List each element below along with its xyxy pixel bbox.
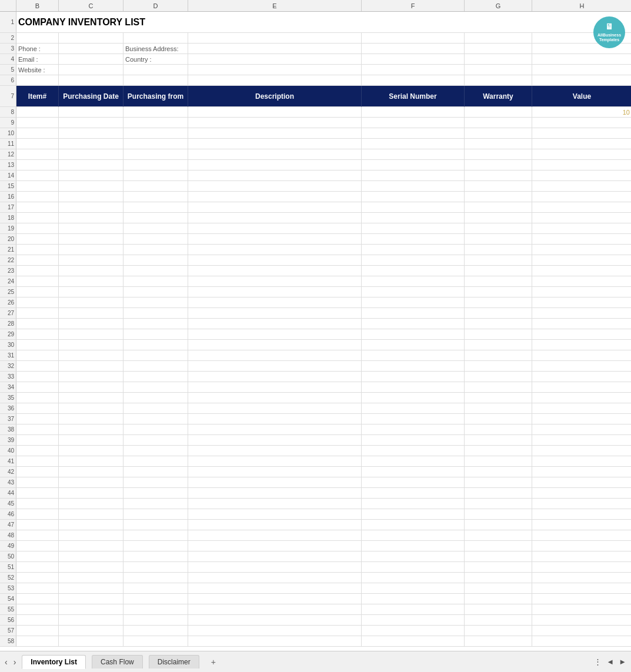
cell-col1-row40[interactable]: [59, 446, 123, 456]
cell-col3-row58[interactable]: [188, 636, 362, 647]
cell-col1-row33[interactable]: [59, 372, 123, 382]
cell-col6-row18[interactable]: [532, 213, 631, 223]
cell-col5-row42[interactable]: [465, 467, 532, 477]
cell-col4-row38[interactable]: [362, 424, 465, 435]
cell-col1-row43[interactable]: [59, 477, 123, 488]
cell-col3-row43[interactable]: [188, 477, 362, 488]
cell-col1-row49[interactable]: [59, 541, 123, 551]
cell-col6-row58[interactable]: [532, 636, 631, 647]
col-header-e[interactable]: E: [188, 0, 362, 11]
cell-col1-row30[interactable]: [59, 340, 123, 350]
cell-col4-row31[interactable]: [362, 350, 465, 361]
cell-col2-row21[interactable]: [123, 245, 188, 255]
cell-col2-row15[interactable]: [123, 181, 188, 192]
cell-col3-row17[interactable]: [188, 202, 362, 213]
cell-col6-row31[interactable]: [532, 350, 631, 361]
cell-col4-row12[interactable]: [362, 149, 465, 160]
cell-col4-row27[interactable]: [362, 308, 465, 319]
cell-col5-row46[interactable]: [465, 509, 532, 520]
cell-col3-row56[interactable]: [188, 615, 362, 626]
cell-col5-row40[interactable]: [465, 446, 532, 456]
cell-col4-row43[interactable]: [362, 477, 465, 488]
cell-col0-row10[interactable]: [16, 128, 59, 139]
tab-inventory-list[interactable]: Inventory List: [22, 655, 86, 669]
cell-col5-row57[interactable]: [465, 626, 532, 636]
cell-col5-row45[interactable]: [465, 499, 532, 509]
cell-col2-row20[interactable]: [123, 234, 188, 245]
cell-col2-row48[interactable]: [123, 530, 188, 541]
cell-col0-row13[interactable]: [16, 160, 59, 170]
cell-col3-row10[interactable]: [188, 128, 362, 139]
cell-col3-row15[interactable]: [188, 181, 362, 192]
cell-d3[interactable]: Business Address:: [123, 44, 188, 54]
cell-col2-row57[interactable]: [123, 626, 188, 636]
cell-col3-row53[interactable]: [188, 583, 362, 594]
cell-col5-row54[interactable]: [465, 594, 532, 604]
cell-col2-row17[interactable]: [123, 202, 188, 213]
cell-col2-row13[interactable]: [123, 160, 188, 170]
cell-col0-row35[interactable]: [16, 393, 59, 403]
cell-col3-row40[interactable]: [188, 446, 362, 456]
cell-d4[interactable]: Country :: [123, 54, 188, 65]
cell-col4-row49[interactable]: [362, 541, 465, 551]
cell-g8[interactable]: [465, 107, 532, 118]
cell-col0-row41[interactable]: [16, 456, 59, 467]
cell-col1-row39[interactable]: [59, 435, 123, 446]
cell-col2-row49[interactable]: [123, 541, 188, 551]
cell-col2-row29[interactable]: [123, 329, 188, 340]
cell-col4-row14[interactable]: [362, 170, 465, 181]
cell-col5-row12[interactable]: [465, 149, 532, 160]
cell-col6-row39[interactable]: [532, 435, 631, 446]
cell-col5-row27[interactable]: [465, 308, 532, 319]
cell-col2-row23[interactable]: [123, 266, 188, 276]
cell-col2-row33[interactable]: [123, 372, 188, 382]
cell-col4-row29[interactable]: [362, 329, 465, 340]
cell-col4-row58[interactable]: [362, 636, 465, 647]
cell-col6-row41[interactable]: [532, 456, 631, 467]
cell-col2-row36[interactable]: [123, 403, 188, 414]
cell-col6-row45[interactable]: [532, 499, 631, 509]
cell-col4-row15[interactable]: [362, 181, 465, 192]
cell-col0-row27[interactable]: [16, 308, 59, 319]
cell-col1-row10[interactable]: [59, 128, 123, 139]
cell-col0-row11[interactable]: [16, 139, 59, 149]
cell-col3-row11[interactable]: [188, 139, 362, 149]
cell-col0-row56[interactable]: [16, 615, 59, 626]
cell-col2-row58[interactable]: [123, 636, 188, 647]
cell-col2-row45[interactable]: [123, 499, 188, 509]
cell-col1-row52[interactable]: [59, 573, 123, 583]
cell-col2-row27[interactable]: [123, 308, 188, 319]
cell-b3[interactable]: Phone :: [16, 44, 59, 54]
cell-col3-row48[interactable]: [188, 530, 362, 541]
bottom-scroll-left[interactable]: ◄: [606, 657, 614, 666]
cell-col5-row41[interactable]: [465, 456, 532, 467]
cell-col1-row51[interactable]: [59, 562, 123, 573]
cell-col2-row25[interactable]: [123, 287, 188, 297]
cell-col3-row37[interactable]: [188, 414, 362, 424]
cell-col3-row18[interactable]: [188, 213, 362, 223]
cell-col6-row22[interactable]: [532, 255, 631, 266]
cell-col2-row43[interactable]: [123, 477, 188, 488]
cell-col5-row18[interactable]: [465, 213, 532, 223]
cell-col5-row34[interactable]: [465, 382, 532, 393]
cell-col5-row29[interactable]: [465, 329, 532, 340]
cell-col3-row34[interactable]: [188, 382, 362, 393]
cell-col4-row47[interactable]: [362, 520, 465, 530]
cell-col6-row56[interactable]: [532, 615, 631, 626]
cell-col5-row36[interactable]: [465, 403, 532, 414]
col-header-g[interactable]: G: [465, 0, 532, 11]
cell-d8[interactable]: [123, 107, 188, 118]
cell-col6-row30[interactable]: [532, 340, 631, 350]
cell-col3-row31[interactable]: [188, 350, 362, 361]
cell-col4-row17[interactable]: [362, 202, 465, 213]
cell-col3-row36[interactable]: [188, 403, 362, 414]
cell-col4-row28[interactable]: [362, 319, 465, 329]
cell-col6-row27[interactable]: [532, 308, 631, 319]
cell-e3[interactable]: [188, 44, 362, 54]
cell-col5-row53[interactable]: [465, 583, 532, 594]
cell-col4-row55[interactable]: [362, 604, 465, 615]
cell-col2-row9[interactable]: [123, 118, 188, 128]
cell-col6-row47[interactable]: [532, 520, 631, 530]
cell-col2-row54[interactable]: [123, 594, 188, 604]
cell-col0-row36[interactable]: [16, 403, 59, 414]
